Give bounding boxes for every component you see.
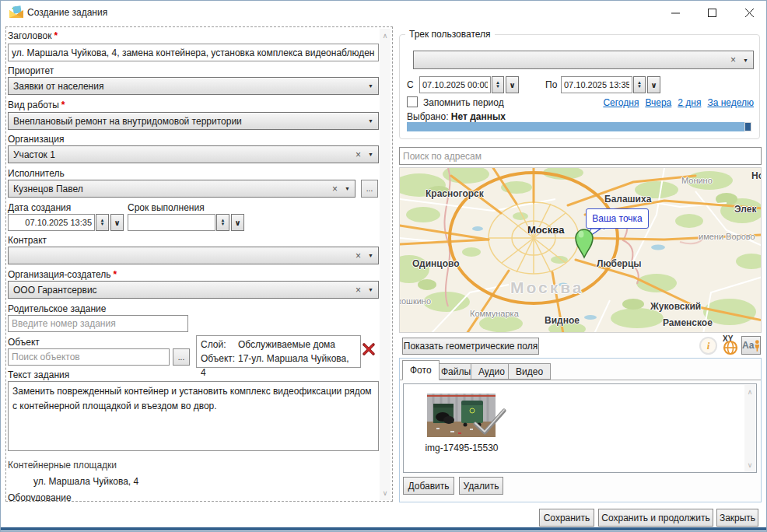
save-and-continue-button[interactable]: Сохранить и продолжить: [598, 509, 713, 527]
track-to-calendar-button[interactable]: ∨: [647, 76, 660, 93]
maximize-button[interactable]: [695, 1, 729, 24]
info-icon[interactable]: i: [699, 337, 717, 355]
remember-period-label: Запомнить период: [423, 97, 504, 108]
show-geometry-button[interactable]: Показать геометрические поля: [402, 338, 539, 355]
close-button[interactable]: [732, 1, 766, 24]
creation-date-picker: ▲ ▼ ∨: [8, 214, 124, 231]
field-label-task-text: Текст задания: [8, 369, 69, 380]
map[interactable]: КрасногорскМониноНоБалашихаЭлекРеутовМос…: [399, 167, 762, 333]
creator-org-select[interactable]: ООО Гарантсервис × ▼: [8, 281, 379, 299]
minimize-button[interactable]: [658, 1, 692, 24]
track-from-picker: ▲ ▼ ∨: [419, 76, 519, 93]
title-input[interactable]: [8, 44, 379, 61]
parent-task-input[interactable]: [8, 315, 188, 332]
remove-object-icon[interactable]: [362, 342, 376, 356]
track-quick-links: Сегодня Вчера 2 дня За неделю: [592, 97, 754, 108]
scroll-up-icon[interactable]: ∧: [744, 387, 755, 397]
object-more-button[interactable]: ...: [173, 348, 190, 366]
container-site-item[interactable]: ул. Маршала Чуйкова, 4: [33, 476, 138, 487]
link-week[interactable]: За неделю: [707, 97, 754, 108]
dropdown-icon[interactable]: ▼: [368, 118, 373, 124]
dropdown-icon[interactable]: ▼: [345, 186, 350, 191]
map-city-label: Москва: [527, 224, 564, 236]
track-to-spinner[interactable]: ▲ ▼: [633, 76, 646, 93]
track-slider[interactable]: [407, 122, 751, 131]
spin-down-icon[interactable]: ▼: [496, 85, 500, 89]
photo-list-scrollbar[interactable]: ∧ ∨: [744, 385, 755, 472]
track-from-calendar-button[interactable]: ∨: [506, 76, 519, 93]
track-to-input[interactable]: [561, 76, 632, 93]
track-from-input[interactable]: [419, 76, 491, 93]
scroll-down-icon[interactable]: ∨: [380, 488, 391, 499]
map-city-label: Видное: [545, 315, 580, 326]
creation-date-calendar-button[interactable]: ∨: [110, 214, 124, 231]
organization-select[interactable]: Участок 1 × ▼: [8, 145, 379, 163]
clear-icon[interactable]: ×: [730, 55, 736, 65]
link-yesterday[interactable]: Вчера: [645, 97, 671, 108]
form-scrollbar[interactable]: ∧ ∨: [380, 29, 391, 500]
remember-period-checkbox[interactable]: [407, 96, 418, 107]
chevron-down-icon: ∨: [114, 219, 120, 227]
link-two-days[interactable]: 2 дня: [678, 97, 701, 108]
spin-down-icon[interactable]: ▼: [221, 222, 226, 226]
field-label-due-date: Срок выполнения: [128, 202, 205, 213]
clear-icon[interactable]: ×: [355, 150, 361, 159]
creation-date-spinner[interactable]: ▲ ▼: [96, 214, 109, 231]
photo-caption: img-17495-15530: [421, 443, 503, 453]
tab-audio[interactable]: Аудио: [471, 363, 513, 380]
task-text-area[interactable]: Заменить поврежденный контейнер и устано…: [8, 381, 379, 451]
person-icon: [755, 340, 760, 352]
add-attachment-button[interactable]: Добавить: [403, 477, 454, 495]
clear-icon[interactable]: ×: [355, 251, 361, 261]
track-to-label: По: [545, 79, 557, 90]
required-asterisk: *: [61, 100, 65, 110]
scroll-up-icon[interactable]: ∧: [380, 30, 391, 41]
object-search-input[interactable]: [8, 348, 170, 366]
dropdown-icon[interactable]: ▼: [368, 253, 373, 258]
delete-attachment-button[interactable]: Удалить: [459, 477, 503, 495]
dropdown-icon[interactable]: ▼: [368, 83, 373, 89]
user-track-group-title: Трек пользователя: [405, 29, 495, 40]
track-user-select[interactable]: × ▼: [413, 51, 754, 69]
map-city-label: Люберцы: [597, 258, 642, 269]
priority-select[interactable]: Заявки от населения ▼: [8, 77, 379, 95]
field-label-parent-task: Родительское задание: [8, 303, 106, 314]
dropdown-icon[interactable]: ▼: [743, 58, 748, 63]
due-date-input[interactable]: [128, 214, 215, 231]
dropdown-icon[interactable]: ▼: [368, 287, 373, 292]
executor-more-button[interactable]: ...: [361, 180, 378, 198]
required-asterisk: *: [54, 30, 58, 41]
tab-photo[interactable]: Фото: [402, 360, 440, 380]
track-from-spinner[interactable]: ▲ ▼: [492, 76, 504, 93]
xy-coordinates-icon[interactable]: XY: [721, 334, 740, 355]
your-point-tooltip: Ваша точка: [586, 208, 649, 229]
address-search-input[interactable]: [399, 147, 762, 165]
creation-date-input[interactable]: [8, 214, 95, 231]
object-layer-value: Обслуживаемые дома: [238, 339, 335, 350]
tab-video[interactable]: Видео: [508, 363, 551, 380]
spin-down-icon[interactable]: ▼: [100, 222, 105, 226]
container-sites-label: Контейнерные площадки: [8, 460, 117, 471]
app-icon: [9, 5, 24, 19]
selected-object-panel: Слой:Обслуживаемые дома Объект:17-ул. Ма…: [196, 335, 361, 368]
contract-select[interactable]: × ▼: [8, 247, 379, 264]
clear-icon[interactable]: ×: [355, 285, 361, 295]
executor-select[interactable]: Кузнецов Павел × ▼: [8, 180, 355, 198]
labels-toggle-button[interactable]: Aa: [741, 336, 761, 355]
map-city-label: Раменское: [663, 317, 713, 328]
field-label-creator-org: Организация-создатель*: [8, 269, 117, 280]
field-label-priority: Приоритет: [8, 65, 54, 76]
due-date-calendar-button[interactable]: ∨: [231, 214, 244, 231]
save-button[interactable]: Сохранить: [539, 509, 594, 527]
work-type-select[interactable]: Внеплановый ремонт на внутридомовой терр…: [8, 112, 379, 130]
clear-icon[interactable]: ×: [332, 184, 338, 194]
due-date-spinner[interactable]: ▲ ▼: [216, 214, 229, 231]
map-city-label: Красногорск: [426, 188, 484, 199]
spin-down-icon[interactable]: ▼: [637, 85, 642, 89]
track-slider-thumb[interactable]: [744, 122, 751, 131]
link-today[interactable]: Сегодня: [603, 97, 639, 108]
scroll-down-icon[interactable]: ∨: [744, 460, 755, 471]
dropdown-icon[interactable]: ▼: [368, 152, 373, 157]
track-to-picker: ▲ ▼ ∨: [561, 76, 660, 93]
close-form-button[interactable]: Закрыть: [716, 509, 758, 527]
